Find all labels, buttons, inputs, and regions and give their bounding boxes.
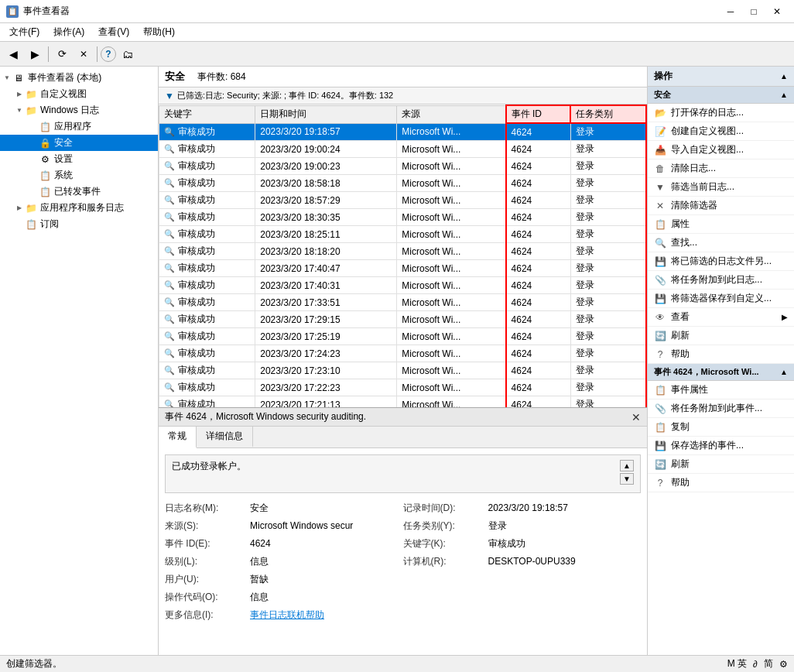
search-icon: 🔍 — [164, 263, 175, 273]
actions-title: 操作 — [654, 70, 673, 83]
expand-appservice[interactable]: ▶ — [14, 203, 25, 214]
refresh-toolbar-button[interactable]: ⟳ — [52, 44, 72, 64]
action-icon-filter-current: ▼ — [654, 181, 666, 194]
table-row[interactable]: 🔍审核成功2023/3/20 17:24:23Microsoft Wi...46… — [159, 345, 647, 362]
cell-category: 登录 — [570, 294, 646, 311]
stop-button[interactable]: ✕ — [74, 44, 94, 64]
summary-scroll-up[interactable]: ▲ — [620, 460, 634, 471]
tree-item-security[interactable]: ▶ 🔒 安全 — [0, 135, 158, 151]
back-button[interactable]: ◀ — [3, 44, 23, 64]
table-row[interactable]: 🔍审核成功2023/3/20 18:58:18Microsoft Wi...46… — [159, 175, 647, 192]
expand-winlog[interactable]: ▼ — [14, 105, 25, 116]
expand-custom[interactable]: ▶ — [14, 89, 25, 100]
tab-details[interactable]: 详细信息 — [197, 427, 253, 447]
table-row[interactable]: 🔍审核成功2023/3/20 18:18:20Microsoft Wi...46… — [159, 243, 647, 260]
action-item-save-selector[interactable]: 💾将筛选器保存到自定义... — [648, 290, 794, 308]
menu-help[interactable]: 帮助(H) — [137, 24, 181, 40]
action-label-attach-task-event: 将任务附加到此事件... — [671, 402, 762, 415]
table-row[interactable]: 🔍审核成功2023/3/20 17:40:47Microsoft Wi...46… — [159, 260, 647, 277]
table-row[interactable]: 🔍审核成功2023/3/20 18:30:35Microsoft Wi...46… — [159, 209, 647, 226]
action-item-clear-log[interactable]: 🗑清除日志... — [648, 159, 794, 178]
actions-section-security: 安全 ▲ — [648, 87, 794, 104]
table-row[interactable]: 🔍审核成功2023/3/20 18:25:11Microsoft Wi...46… — [159, 226, 647, 243]
cell-event-id: 4624 — [506, 141, 571, 158]
tree-item-custom[interactable]: ▶ 📁 自定义视图 — [0, 86, 158, 102]
forward-button[interactable]: ▶ — [25, 44, 45, 64]
cell-source: Microsoft Wi... — [397, 141, 506, 158]
action-item-save-event[interactable]: 💾保存选择的事件... — [648, 437, 794, 455]
table-row[interactable]: 🔍审核成功2023/3/20 18:57:29Microsoft Wi...46… — [159, 192, 647, 209]
menu-view[interactable]: 查看(V) — [92, 24, 135, 40]
action-icon-save-event: 💾 — [654, 440, 666, 452]
tree-item-subscriptions[interactable]: ▶ 📋 订阅 — [0, 216, 158, 232]
tree-item-root[interactable]: ▼ 🖥 事件查看器 (本地) — [0, 70, 158, 86]
table-row[interactable]: 🔍审核成功2023/3/20 19:00:23Microsoft Wi...46… — [159, 158, 647, 175]
action-label-copy: 复制 — [671, 420, 690, 434]
action-item-save-filtered[interactable]: 💾将已筛选的日志文件另... — [648, 252, 794, 271]
action-item-view[interactable]: 👁查看▶ — [648, 308, 794, 327]
action-icon-properties: 📋 — [654, 218, 666, 231]
action-item-event-properties[interactable]: 📋事件属性 — [648, 381, 794, 399]
cell-source: Microsoft Wi... — [397, 260, 506, 277]
menu-file[interactable]: 文件(F) — [3, 24, 46, 40]
tree-label-setup: 设置 — [54, 153, 73, 166]
table-row[interactable]: 🔍审核成功2023/3/20 17:40:31Microsoft Wi...46… — [159, 277, 647, 294]
table-row[interactable]: 🔍审核成功2023/3/20 17:22:23Microsoft Wi...46… — [159, 379, 647, 396]
table-row[interactable]: 🔍审核成功2023/3/20 17:29:15Microsoft Wi...46… — [159, 311, 647, 328]
table-row[interactable]: 🔍审核成功2023/3/20 17:33:51Microsoft Wi...46… — [159, 294, 647, 311]
minimize-button[interactable]: ─ — [720, 4, 741, 19]
action-item-find[interactable]: 🔍查找... — [648, 234, 794, 252]
tab-general[interactable]: 常规 — [159, 427, 197, 448]
cell-source: Microsoft Wi... — [397, 328, 506, 345]
action-item-help2[interactable]: ?帮助 — [648, 474, 794, 492]
field-user: 用户(U): 暂缺 — [165, 571, 403, 588]
cell-event-id: 4624 — [506, 226, 571, 243]
cell-category: 登录 — [570, 209, 646, 226]
cell-category: 登录 — [570, 396, 646, 408]
link-more-info[interactable]: 事件日志联机帮助 — [250, 609, 324, 622]
table-row[interactable]: 🔍审核成功2023/3/20 19:18:57Microsoft Wi...46… — [159, 123, 647, 141]
action-item-import-custom[interactable]: 📥导入自定义视图... — [648, 141, 794, 159]
expand-root[interactable]: ▼ — [2, 73, 12, 84]
cell-category: 登录 — [570, 328, 646, 345]
folder-toolbar-button[interactable]: 🗂 — [118, 44, 138, 64]
restore-button[interactable]: □ — [743, 4, 765, 19]
tree-item-winlog[interactable]: ▼ 📁 Windows 日志 — [0, 102, 158, 118]
close-button[interactable]: ✕ — [766, 4, 788, 19]
action-item-refresh2[interactable]: 🔄刷新 — [648, 455, 794, 474]
tree-item-setup[interactable]: ▶ ⚙ 设置 — [0, 151, 158, 167]
table-row[interactable]: 🔍审核成功2023/3/20 17:23:10Microsoft Wi...46… — [159, 362, 647, 379]
table-row[interactable]: 🔍审核成功2023/3/20 19:00:24Microsoft Wi...46… — [159, 141, 647, 158]
table-row[interactable]: 🔍审核成功2023/3/20 17:25:19Microsoft Wi...46… — [159, 328, 647, 345]
action-label-clear-filter: 清除筛选器 — [671, 199, 717, 212]
action-item-properties[interactable]: 📋属性 — [648, 215, 794, 234]
search-icon: 🔍 — [164, 144, 175, 153]
section-security-collapse[interactable]: ▲ — [780, 91, 788, 99]
tree-item-appservice[interactable]: ▶ 📁 应用程序和服务日志 — [0, 200, 158, 216]
event-table-scroll[interactable]: 关键字 日期和时间 来源 事件 ID 任务类别 🔍审核成功2023/3/20 1… — [159, 105, 647, 407]
action-icon-save-selector: 💾 — [654, 293, 666, 305]
tree-item-system[interactable]: ▶ 📋 系统 — [0, 167, 158, 183]
action-item-open-saved[interactable]: 📂打开保存的日志... — [648, 104, 794, 122]
action-item-attach-task-event[interactable]: 📎将任务附加到此事件... — [648, 399, 794, 418]
action-item-create-custom[interactable]: 📝创建自定义视图... — [648, 122, 794, 141]
summary-scroll-down[interactable]: ▼ — [620, 473, 634, 485]
detail-close-button[interactable]: ✕ — [631, 411, 641, 423]
tree-item-app[interactable]: ▶ 📋 应用程序 — [0, 118, 158, 135]
action-item-help[interactable]: ?帮助 — [648, 345, 794, 364]
table-row[interactable]: 🔍审核成功2023/3/20 17:21:13Microsoft Wi...46… — [159, 396, 647, 408]
action-label-save-selector: 将筛选器保存到自定义... — [671, 292, 772, 305]
actions-collapse[interactable]: ▲ — [780, 72, 788, 81]
help-toolbar-button[interactable]: ? — [101, 46, 116, 62]
menu-action[interactable]: 操作(A) — [47, 24, 91, 40]
status-settings-icon[interactable]: ⚙ — [779, 659, 788, 670]
action-item-refresh[interactable]: 🔄刷新 — [648, 327, 794, 345]
action-item-attach-task[interactable]: 📎将任务附加到此日志... — [648, 271, 794, 290]
cell-datetime: 2023/3/20 17:25:19 — [255, 328, 397, 345]
action-item-clear-filter[interactable]: ✕清除筛选器 — [648, 197, 794, 215]
section-event-collapse[interactable]: ▲ — [780, 368, 788, 376]
action-item-copy[interactable]: 📋复制 — [648, 418, 794, 437]
action-icon-save-filtered: 💾 — [654, 255, 666, 268]
tree-item-forwarded[interactable]: ▶ 📋 已转发事件 — [0, 183, 158, 200]
action-item-filter-current[interactable]: ▼筛选当前日志... — [648, 178, 794, 197]
